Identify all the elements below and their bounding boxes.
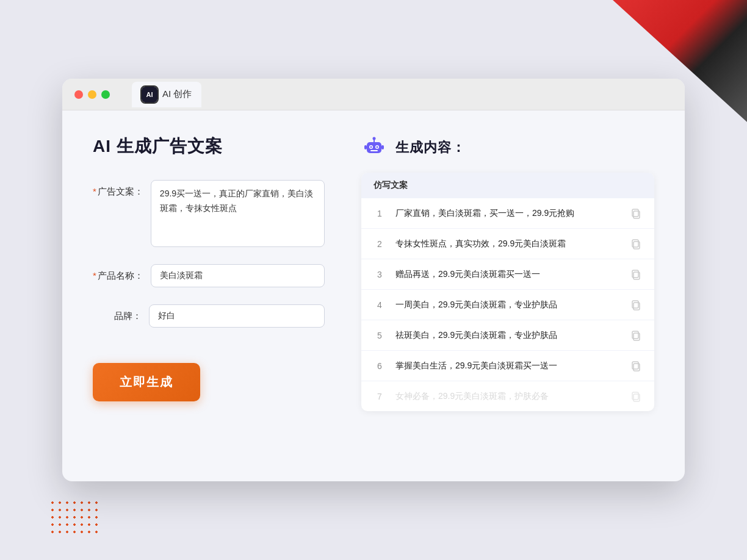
right-header: 生成内容： xyxy=(361,135,654,160)
ai-logo-icon: AI xyxy=(142,87,157,102)
results-table: 仿写文案 1 厂家直销，美白淡斑霜，买一送一，29.9元抢购 2 专抹女性斑点，… xyxy=(361,173,654,411)
generate-button[interactable]: 立即生成 xyxy=(93,363,200,401)
product-name-group: *产品名称： xyxy=(93,264,325,287)
row-text-3: 赠品再送，29.9元美白淡斑霜买一送一 xyxy=(395,268,620,281)
ad-copy-input[interactable]: 29.9买一送一，真正的厂家直销，美白淡斑霜，专抹女性斑点 xyxy=(151,180,325,247)
result-row: 4 一周美白，29.9元美白淡斑霜，专业护肤品 xyxy=(361,290,654,320)
brand-input[interactable] xyxy=(149,304,325,328)
copy-icon-4[interactable] xyxy=(630,299,642,311)
product-required: * xyxy=(93,270,96,281)
copy-icon-7[interactable] xyxy=(630,390,642,403)
page-title: AI 生成广告文案 xyxy=(93,135,325,158)
close-button[interactable] xyxy=(74,90,83,99)
brand-group: 品牌： xyxy=(93,304,325,328)
svg-rect-8 xyxy=(364,145,367,149)
result-row: 1 厂家直销，美白淡斑霜，买一送一，29.9元抢购 xyxy=(361,198,654,229)
row-text-4: 一周美白，29.9元美白淡斑霜，专业护肤品 xyxy=(395,298,620,311)
svg-point-7 xyxy=(373,137,376,140)
decorative-dots xyxy=(49,499,98,536)
row-text-1: 厂家直销，美白淡斑霜，买一送一，29.9元抢购 xyxy=(395,207,620,220)
results-table-header: 仿写文案 xyxy=(361,173,654,198)
result-row: 2 专抹女性斑点，真实功效，29.9元美白淡斑霜 xyxy=(361,229,654,259)
robot-icon xyxy=(361,135,387,160)
tab-label: AI 创作 xyxy=(162,88,192,100)
product-name-input[interactable] xyxy=(151,264,325,287)
row-text-6: 掌握美白生活，29.9元美白淡斑霜买一送一 xyxy=(395,359,620,372)
copy-icon-1[interactable] xyxy=(630,207,642,220)
result-row: 6 掌握美白生活，29.9元美白淡斑霜买一送一 xyxy=(361,351,654,381)
ad-copy-label: *广告文案： xyxy=(93,180,143,198)
right-title: 生成内容： xyxy=(395,138,466,157)
result-row-faded: 7 女神必备，29.9元美白淡斑霜，护肤必备 xyxy=(361,381,654,411)
copy-icon-6[interactable] xyxy=(630,360,642,372)
row-text-5: 祛斑美白，29.9元美白淡斑霜，专业护肤品 xyxy=(395,329,620,342)
product-label: *产品名称： xyxy=(93,264,143,282)
copy-icon-2[interactable] xyxy=(630,238,642,250)
copy-icon-3[interactable] xyxy=(630,268,642,281)
svg-rect-5 xyxy=(370,150,378,151)
browser-tab[interactable]: AI AI 创作 xyxy=(132,82,201,107)
ad-copy-group: *广告文案： 29.9买一送一，真正的厂家直销，美白淡斑霜，专抹女性斑点 xyxy=(93,180,325,247)
row-text-7: 女神必备，29.9元美白淡斑霜，护肤必备 xyxy=(395,390,620,403)
browser-window: AI AI 创作 AI 生成广告文案 *广告文案： 29.9买一送一，真正的厂家… xyxy=(62,79,685,481)
row-num-5: 5 xyxy=(374,331,386,340)
row-num-6: 6 xyxy=(374,361,386,371)
row-text-2: 专抹女性斑点，真实功效，29.9元美白淡斑霜 xyxy=(395,237,620,250)
browser-content: AI 生成广告文案 *广告文案： 29.9买一送一，真正的厂家直销，美白淡斑霜，… xyxy=(62,110,685,476)
row-num-4: 4 xyxy=(374,300,386,310)
left-panel: AI 生成广告文案 *广告文案： 29.9买一送一，真正的厂家直销，美白淡斑霜，… xyxy=(93,135,325,452)
maximize-button[interactable] xyxy=(101,90,110,99)
brand-label: 品牌： xyxy=(93,304,142,322)
row-num-2: 2 xyxy=(374,239,386,249)
browser-titlebar: AI AI 创作 xyxy=(62,79,685,110)
minimize-button[interactable] xyxy=(88,90,96,99)
svg-point-4 xyxy=(377,146,378,148)
result-row: 5 祛斑美白，29.9元美白淡斑霜，专业护肤品 xyxy=(361,320,654,351)
svg-rect-0 xyxy=(367,142,381,153)
row-num-7: 7 xyxy=(374,392,386,401)
right-panel: 生成内容： 仿写文案 1 厂家直销，美白淡斑霜，买一送一，29.9元抢购 2 专… xyxy=(361,135,654,452)
traffic-lights xyxy=(74,90,110,99)
svg-point-3 xyxy=(370,146,372,148)
ad-copy-required: * xyxy=(93,186,96,196)
svg-rect-9 xyxy=(381,145,384,149)
result-row: 3 赠品再送，29.9元美白淡斑霜买一送一 xyxy=(361,259,654,290)
row-num-1: 1 xyxy=(374,209,386,218)
copy-icon-5[interactable] xyxy=(630,329,642,342)
row-num-3: 3 xyxy=(374,270,386,279)
